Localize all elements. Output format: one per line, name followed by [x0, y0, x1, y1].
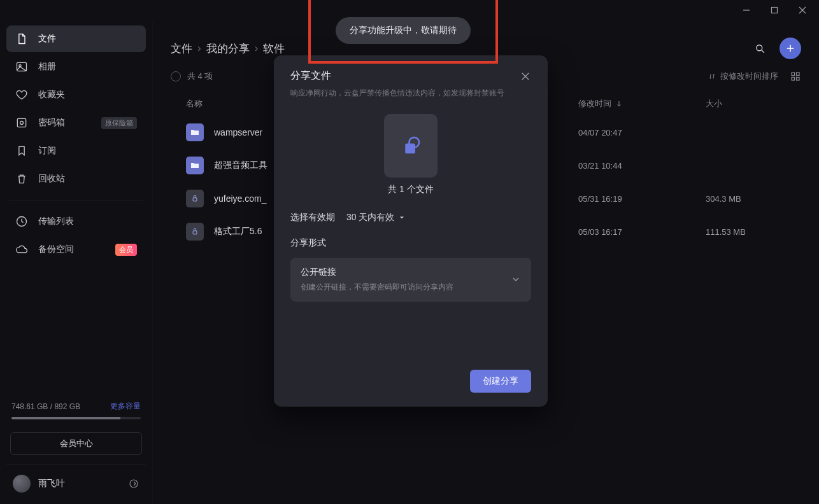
- sidebar-item-label: 密码箱: [38, 117, 65, 129]
- storage-panel: 748.61 GB / 892 GB 更多容量: [6, 401, 146, 428]
- window-minimize[interactable]: [732, 1, 760, 19]
- chevron-down-icon: [398, 214, 406, 221]
- storage-more-link[interactable]: 更多容量: [110, 401, 141, 412]
- file-type-icon: [186, 223, 204, 241]
- chevron-right-icon: ›: [197, 42, 201, 55]
- svg-rect-16: [792, 78, 795, 81]
- svg-rect-6: [17, 118, 25, 127]
- sidebar-badge-vip: 会员: [115, 244, 137, 256]
- create-share-button[interactable]: 创建分享: [470, 370, 531, 393]
- dialog-title: 分享文件: [290, 69, 504, 83]
- window-maximize[interactable]: [760, 1, 788, 19]
- view-toggle-button[interactable]: [790, 71, 801, 82]
- safe-icon: [15, 116, 28, 129]
- breadcrumb-item[interactable]: 我的分享: [206, 41, 250, 56]
- share-form-label: 分享形式: [290, 237, 531, 249]
- file-icon: [15, 32, 28, 45]
- cloud-icon: [15, 243, 28, 256]
- sidebar-item-label: 订阅: [38, 145, 56, 157]
- file-type-icon: [186, 190, 204, 207]
- sidebar-item-label: 相册: [38, 61, 56, 73]
- option-title: 公开链接: [301, 267, 453, 278]
- sidebar-item-label: 收藏夹: [38, 89, 65, 101]
- svg-rect-19: [193, 231, 197, 234]
- file-preview: [384, 114, 438, 178]
- arrow-down-icon: [615, 100, 623, 108]
- svg-point-7: [20, 122, 24, 125]
- svg-rect-14: [792, 73, 795, 76]
- highlight-box: 分享功能升级中，敬请期待: [308, 0, 498, 64]
- sidebar: 文件 相册 收藏夹 密码箱 原保险箱 订阅 回收站: [0, 20, 153, 504]
- breadcrumb-item[interactable]: 文件: [171, 41, 192, 56]
- dialog-subtitle: 响应净网行动，云盘严禁传播色情违法内容，如发现将封禁账号: [290, 88, 504, 99]
- item-count: 共 4 项: [187, 71, 213, 82]
- validity-label: 选择有效期: [290, 212, 335, 223]
- close-icon: [520, 71, 531, 82]
- divider: [9, 200, 143, 200]
- sync-icon[interactable]: [128, 478, 139, 489]
- search-button[interactable]: [749, 38, 771, 59]
- validity-select[interactable]: 30 天内有效: [346, 212, 406, 223]
- heart-icon: [15, 88, 28, 101]
- sidebar-item-label: 文件: [38, 33, 56, 45]
- sidebar-item-backup[interactable]: 备份空间 会员: [6, 236, 146, 263]
- file-time: 05/31 16:19: [578, 194, 706, 204]
- dialog-close-button[interactable]: [520, 71, 531, 82]
- file-time: 04/07 20:47: [578, 128, 706, 137]
- sidebar-item-trash[interactable]: 回收站: [6, 165, 146, 192]
- add-button[interactable]: [780, 38, 801, 59]
- chevron-right-icon: ›: [255, 42, 259, 55]
- svg-rect-17: [797, 78, 800, 81]
- bookmark-icon: [15, 144, 28, 157]
- col-size[interactable]: 大小: [706, 98, 801, 109]
- svg-rect-15: [797, 73, 800, 76]
- file-time: 03/21 10:44: [578, 161, 706, 171]
- storage-text: 748.61 GB / 892 GB: [11, 402, 80, 411]
- breadcrumb-item: 软件: [263, 41, 285, 56]
- window-close[interactable]: [788, 1, 816, 19]
- svg-rect-1: [772, 8, 778, 13]
- share-file-icon: [397, 132, 424, 159]
- col-time[interactable]: 修改时间: [578, 98, 706, 109]
- share-dialog: 分享文件 响应净网行动，云盘严禁传播色情违法内容，如发现将封禁账号 共 1 个文…: [274, 55, 548, 407]
- sidebar-item-label: 回收站: [38, 173, 65, 185]
- svg-point-9: [130, 480, 138, 487]
- trash-icon: [15, 172, 28, 185]
- username: 雨飞叶: [38, 478, 65, 489]
- user-row[interactable]: 雨飞叶: [6, 464, 146, 499]
- svg-rect-18: [193, 198, 197, 201]
- file-time: 05/03 16:17: [578, 227, 706, 237]
- sidebar-item-album[interactable]: 相册: [6, 53, 146, 80]
- chevron-down-icon: [511, 274, 521, 284]
- file-size: 111.53 MB: [706, 227, 801, 237]
- sort-button[interactable]: 按修改时间排序: [708, 71, 778, 82]
- sidebar-item-files[interactable]: 文件: [6, 25, 146, 52]
- sidebar-item-subscribe[interactable]: 订阅: [6, 137, 146, 164]
- sidebar-item-transfers[interactable]: 传输列表: [6, 208, 146, 235]
- breadcrumb: 文件 › 我的分享 › 软件: [171, 41, 285, 56]
- sidebar-badge: 原保险箱: [101, 117, 137, 129]
- svg-point-10: [757, 45, 762, 51]
- member-center-button[interactable]: 会员中心: [10, 432, 142, 455]
- svg-line-11: [762, 50, 764, 53]
- avatar: [13, 475, 31, 493]
- sidebar-item-favorites[interactable]: 收藏夹: [6, 81, 146, 108]
- sidebar-item-label: 备份空间: [38, 244, 74, 255]
- transfer-icon: [15, 215, 28, 228]
- file-count: 共 1 个文件: [290, 184, 531, 195]
- image-icon: [15, 60, 28, 73]
- file-size: 304.3 MB: [706, 194, 801, 204]
- folder-icon: [186, 123, 204, 141]
- toast: 分享功能升级中，敬请期待: [336, 17, 471, 44]
- select-all-checkbox[interactable]: [171, 71, 181, 81]
- folder-icon: [186, 157, 204, 174]
- storage-bar: [11, 417, 141, 419]
- toast-text: 分享功能升级中，敬请期待: [350, 25, 457, 35]
- option-desc: 创建公开链接，不需要密码即可访问分享内容: [301, 282, 453, 293]
- sidebar-item-vault[interactable]: 密码箱 原保险箱: [6, 109, 146, 136]
- sidebar-item-label: 传输列表: [38, 216, 74, 227]
- share-option-public[interactable]: 公开链接 创建公开链接，不需要密码即可访问分享内容: [290, 258, 531, 302]
